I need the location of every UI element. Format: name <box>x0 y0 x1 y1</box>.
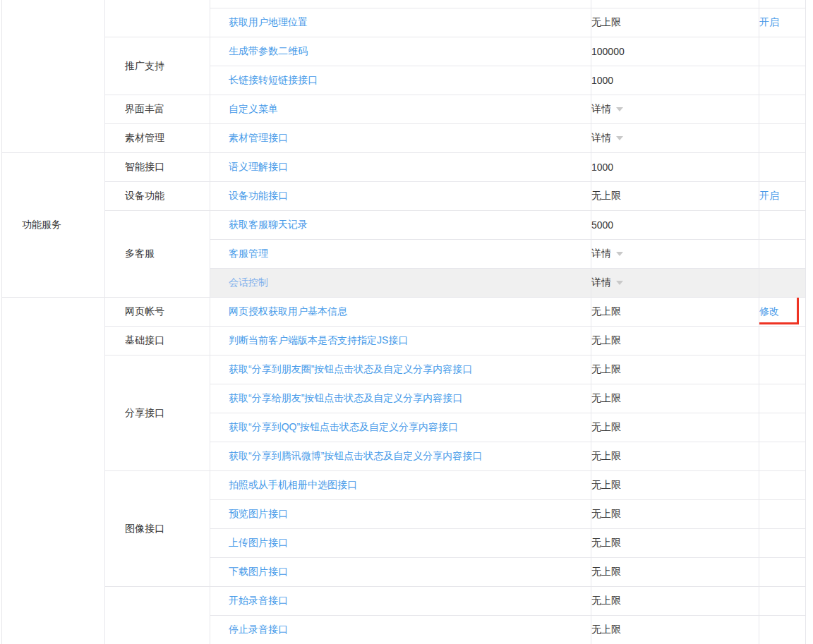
api-name-cell: 语义理解接口 <box>210 153 591 182</box>
subcategory-cell: 网页帐号 <box>105 298 210 327</box>
detail-label: 详情 <box>591 132 611 143</box>
action-cell <box>759 153 806 182</box>
limit-value: 1000 <box>591 162 613 173</box>
limit-cell: 1000 <box>591 153 759 182</box>
limit-cell: 100000 <box>591 37 759 66</box>
api-link[interactable]: 会话控制 <box>229 277 268 288</box>
table-row: 设备功能 设备功能接口 无上限 开启 <box>2 182 806 211</box>
limit-value: 无上限 <box>591 16 621 28</box>
limit-cell: 5000 <box>591 211 759 240</box>
category-cell <box>2 298 105 644</box>
subcategory-cell: 界面丰富 <box>105 95 210 124</box>
table-row: 功能服务 智能接口 语义理解接口 1000 <box>2 153 806 182</box>
action-cell <box>759 442 806 471</box>
api-link[interactable]: 长链接转短链接接口 <box>229 74 318 85</box>
api-link[interactable]: 拍照或从手机相册中选图接口 <box>229 479 357 490</box>
api-link[interactable]: 素材管理接口 <box>229 132 288 143</box>
modify-link[interactable]: 修改 <box>759 305 779 317</box>
action-cell <box>759 66 806 95</box>
limit-cell <box>591 0 759 8</box>
action-cell <box>759 124 806 153</box>
enable-link[interactable]: 开启 <box>759 16 779 28</box>
detail-label: 详情 <box>591 277 611 288</box>
action-cell <box>759 471 806 500</box>
table-row <box>2 0 806 8</box>
limit-value: 无上限 <box>591 508 621 519</box>
api-name-cell: 拍照或从手机相册中选图接口 <box>210 471 591 500</box>
limit-value: 无上限 <box>591 537 621 548</box>
detail-label: 详情 <box>591 248 611 259</box>
limit-cell: 无上限 <box>591 500 759 529</box>
limit-value: 无上限 <box>591 624 621 635</box>
limit-value: 无上限 <box>591 334 621 346</box>
table-row: 图像接口 拍照或从手机相册中选图接口 无上限 <box>2 471 806 500</box>
api-link[interactable]: 获取“分享给朋友”按钮点击状态及自定义分享内容接口 <box>229 392 462 403</box>
limit-cell: 详情 <box>591 124 759 153</box>
api-link[interactable]: 生成带参数二维码 <box>229 45 308 56</box>
api-link[interactable]: 语义理解接口 <box>229 161 288 172</box>
action-cell: 修改 <box>759 298 806 327</box>
action-cell <box>759 37 806 66</box>
limit-value: 无上限 <box>591 190 621 201</box>
subcategory-cell: 推广支持 <box>105 37 210 95</box>
api-link[interactable]: 获取“分享到腾讯微博”按钮点击状态及自定义分享内容接口 <box>229 450 482 461</box>
detail-toggle[interactable]: 详情 <box>591 132 623 145</box>
detail-toggle[interactable]: 详情 <box>591 248 623 260</box>
action-cell <box>759 211 806 240</box>
api-name-cell: 自定义菜单 <box>210 95 591 124</box>
category-cell: 功能服务 <box>2 153 105 298</box>
action-cell <box>759 240 806 269</box>
table-row: 素材管理 素材管理接口 详情 <box>2 124 806 153</box>
subcategory-cell: 分享接口 <box>105 356 210 471</box>
category-cell <box>2 0 105 153</box>
api-link[interactable]: 预览图片接口 <box>229 508 288 519</box>
subcategory-cell: 多客服 <box>105 211 210 298</box>
api-link[interactable]: 获取客服聊天记录 <box>229 219 308 230</box>
api-link[interactable]: 上传图片接口 <box>229 537 288 548</box>
api-name-cell: 开始录音接口 <box>210 587 591 616</box>
api-name-cell: 停止录音接口 <box>210 616 591 644</box>
action-cell <box>759 269 806 298</box>
api-link[interactable]: 开始录音接口 <box>229 595 288 606</box>
subcategory-cell: 素材管理 <box>105 124 210 153</box>
api-link[interactable]: 获取“分享到朋友圈”按钮点击状态及自定义分享内容接口 <box>229 363 472 375</box>
api-permissions-table: 获取用户地理位置 无上限 开启 推广支持 生成带参数二维码 100000 长链接… <box>1 0 806 644</box>
limit-value: 5000 <box>591 219 613 231</box>
chevron-down-icon <box>616 136 623 140</box>
api-name-cell: 网页授权获取用户基本信息 <box>210 298 591 327</box>
api-link[interactable]: 设备功能接口 <box>229 190 288 201</box>
api-link[interactable]: 获取用户地理位置 <box>229 16 308 28</box>
action-cell <box>759 327 806 356</box>
api-name-cell: 上传图片接口 <box>210 529 591 558</box>
action-cell <box>759 384 806 413</box>
api-link[interactable]: 自定义菜单 <box>229 103 278 114</box>
limit-value: 无上限 <box>591 363 621 375</box>
subcategory-cell: 智能接口 <box>105 153 210 182</box>
api-name-cell: 获取用户地理位置 <box>210 8 591 37</box>
api-link[interactable]: 网页授权获取用户基本信息 <box>229 305 347 317</box>
table-row: 多客服 获取客服聊天记录 5000 <box>2 211 806 240</box>
enable-link[interactable]: 开启 <box>759 190 779 201</box>
chevron-down-icon <box>616 107 623 111</box>
api-link[interactable]: 获取“分享到QQ”按钮点击状态及自定义分享内容接口 <box>229 421 458 432</box>
limit-value: 100000 <box>591 46 625 57</box>
api-name-cell <box>210 0 591 8</box>
limit-cell: 详情 <box>591 269 759 298</box>
api-name-cell: 生成带参数二维码 <box>210 37 591 66</box>
api-link[interactable]: 判断当前客户端版本是否支持指定JS接口 <box>229 334 408 346</box>
table-row: 界面丰富 自定义菜单 详情 <box>2 95 806 124</box>
api-name-cell: 下载图片接口 <box>210 558 591 587</box>
action-cell <box>759 356 806 384</box>
api-name-cell: 素材管理接口 <box>210 124 591 153</box>
chevron-down-icon <box>616 252 623 256</box>
table-row: 基础接口 判断当前客户端版本是否支持指定JS接口 无上限 <box>2 327 806 356</box>
detail-toggle[interactable]: 详情 <box>591 103 623 116</box>
api-name-cell: 获取“分享到QQ”按钮点击状态及自定义分享内容接口 <box>210 413 591 442</box>
api-link[interactable]: 下载图片接口 <box>229 566 288 577</box>
api-link[interactable]: 客服管理 <box>229 248 268 259</box>
api-name-cell: 长链接转短链接接口 <box>210 66 591 95</box>
limit-value: 无上限 <box>591 566 621 577</box>
limit-cell: 无上限 <box>591 182 759 211</box>
detail-toggle[interactable]: 详情 <box>591 277 623 289</box>
api-link[interactable]: 停止录音接口 <box>229 624 288 635</box>
